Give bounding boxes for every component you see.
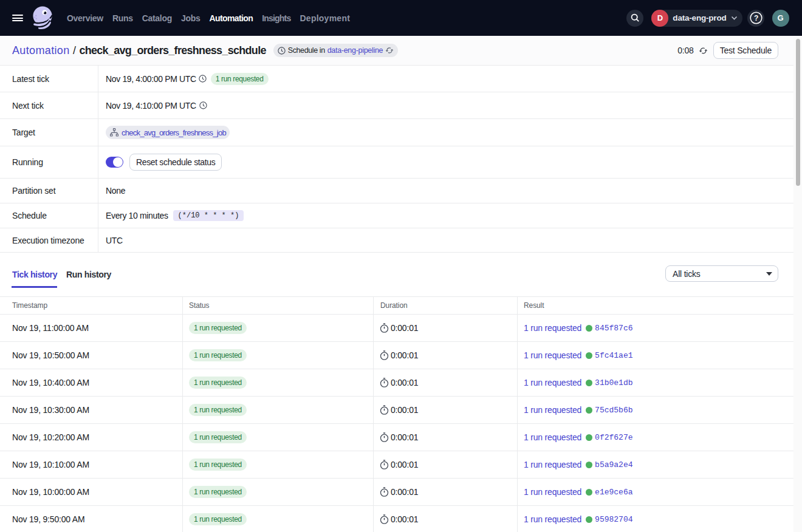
svg-text:?: ?: [753, 14, 758, 22]
